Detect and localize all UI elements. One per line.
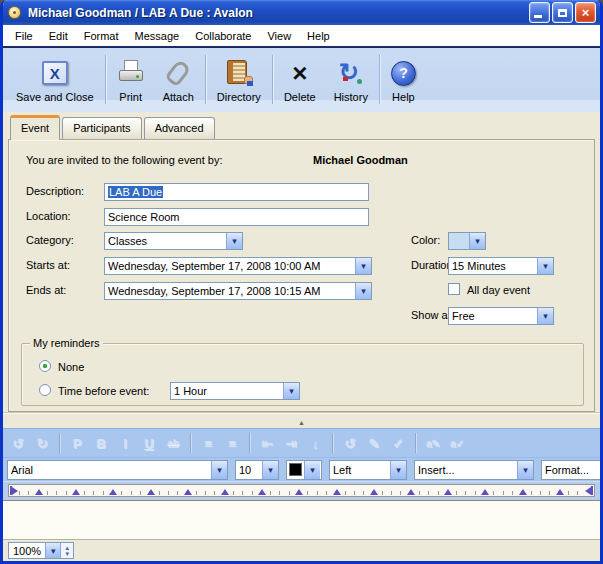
minimize-button[interactable] xyxy=(529,2,550,23)
menu-view[interactable]: View xyxy=(259,27,299,45)
ruler-tab-marker[interactable] xyxy=(35,489,43,495)
print-button[interactable]: Print xyxy=(108,51,154,112)
help-icon: ? xyxy=(391,61,416,86)
tab-participants[interactable]: Participants xyxy=(62,117,141,139)
chevron-down-icon[interactable]: ▾ xyxy=(45,543,60,558)
attach-icon xyxy=(165,59,192,88)
menu-help[interactable]: Help xyxy=(299,27,338,45)
location-input[interactable]: Science Room xyxy=(104,208,369,226)
ruler-tab-marker[interactable] xyxy=(184,489,192,495)
spinner-down-icon[interactable]: ▾ xyxy=(65,551,69,557)
zoom-control[interactable]: 100% ▾ ▴▾ xyxy=(8,542,74,559)
pencil-icon[interactable]: ✎ xyxy=(367,436,381,451)
close-button[interactable]: × xyxy=(575,2,596,23)
chevron-down-icon[interactable]: ▾ xyxy=(517,461,533,479)
menu-message[interactable]: Message xyxy=(127,27,188,45)
organizer-name: Michael Goodman xyxy=(313,154,408,166)
italic-icon[interactable]: I xyxy=(118,436,132,451)
chevron-down-icon[interactable]: ▾ xyxy=(355,258,371,274)
starts-at-label: Starts at: xyxy=(26,259,70,271)
numbered-list-icon[interactable]: ≡ xyxy=(225,436,239,451)
duration-select[interactable]: 15 Minutes ▾ xyxy=(448,257,554,275)
menu-edit[interactable]: Edit xyxy=(41,27,76,45)
color-select[interactable]: ▾ xyxy=(448,232,486,250)
reminder-time-label: Time before event: xyxy=(58,385,149,397)
show-as-select[interactable]: Free ▾ xyxy=(448,307,554,325)
font-size-select[interactable]: 10 ▾ xyxy=(235,460,279,480)
tab-event[interactable]: Event xyxy=(10,115,60,140)
underline-icon[interactable]: U xyxy=(142,436,156,451)
ruler-tab-marker[interactable] xyxy=(444,489,452,495)
indent-icon[interactable]: ⇥ xyxy=(284,436,298,451)
zoom-value: 100% xyxy=(9,545,45,557)
ruler-tab-marker[interactable] xyxy=(556,489,564,495)
ruler-tab-marker[interactable] xyxy=(147,489,155,495)
chevron-down-icon[interactable]: ▾ xyxy=(226,233,242,249)
ruler-tab-marker[interactable] xyxy=(109,489,117,495)
delete-button[interactable]: × Delete xyxy=(275,51,325,112)
ruler-tab-marker[interactable] xyxy=(407,489,415,495)
save-and-close-button[interactable]: X Save and Close xyxy=(7,51,103,112)
ruler-tab-marker[interactable] xyxy=(333,489,341,495)
chevron-down-icon[interactable]: ▾ xyxy=(211,461,227,479)
chevron-down-icon[interactable]: ▾ xyxy=(304,461,320,479)
tab-advanced[interactable]: Advanced xyxy=(144,117,215,139)
reminder-time-select[interactable]: 1 Hour ▾ xyxy=(170,382,300,400)
message-body[interactable] xyxy=(3,500,600,539)
chevron-down-icon[interactable]: ▾ xyxy=(283,383,299,399)
left-margin-marker[interactable] xyxy=(10,485,20,496)
directory-button[interactable]: Directory xyxy=(208,51,270,112)
ruler-tab-marker[interactable] xyxy=(519,489,527,495)
ruler-tab-marker[interactable] xyxy=(295,489,303,495)
collapse-triangle-icon[interactable]: ▲ xyxy=(298,419,305,426)
reminder-time-radio[interactable] xyxy=(39,384,51,396)
category-select[interactable]: Classes ▾ xyxy=(104,232,243,250)
ruler-tab-marker[interactable] xyxy=(370,489,378,495)
starts-at-select[interactable]: Wednesday, September 17, 2008 10:00 AM ▾ xyxy=(104,257,372,275)
bullet-list-icon[interactable]: ≡ xyxy=(201,436,215,451)
zoom-spinner[interactable]: ▴▾ xyxy=(60,543,73,558)
ruler-tab-marker[interactable] xyxy=(481,489,489,495)
description-input[interactable]: LAB A Due xyxy=(104,183,369,201)
menu-file[interactable]: File xyxy=(7,27,41,45)
chevron-down-icon[interactable]: ▾ xyxy=(355,283,371,299)
all-day-checkbox[interactable] xyxy=(448,283,460,295)
font-family-select[interactable]: Arial ▾ xyxy=(7,460,228,480)
ruler-strip[interactable] xyxy=(8,484,595,497)
chevron-down-icon[interactable]: ▾ xyxy=(262,461,278,479)
text-color-select[interactable]: ▾ xyxy=(286,460,322,480)
help-button[interactable]: ? Help xyxy=(382,51,425,112)
chevron-down-icon[interactable]: ▾ xyxy=(537,308,553,324)
ends-at-select[interactable]: Wednesday, September 17, 2008 10:15 AM ▾ xyxy=(104,282,372,300)
spellcheck-icon[interactable]: a✓ xyxy=(450,438,464,449)
undo-icon[interactable]: ↺ xyxy=(11,436,25,451)
ruler-tab-marker[interactable] xyxy=(221,489,229,495)
history-button[interactable]: ↻ History xyxy=(325,51,377,112)
maximize-button[interactable] xyxy=(552,2,573,23)
chevron-down-icon[interactable]: ▾ xyxy=(537,258,553,274)
right-margin-marker[interactable] xyxy=(583,485,593,496)
autocorrect-icon[interactable]: a✎ xyxy=(426,438,440,449)
outdent-icon[interactable]: ⇤ xyxy=(260,436,274,451)
chevron-down-icon[interactable]: ▾ xyxy=(469,233,485,249)
reminder-none-radio[interactable] xyxy=(39,360,51,372)
status-bar: 100% ▾ ▴▾ xyxy=(3,539,600,561)
insert-select[interactable]: Insert... ▾ xyxy=(414,460,534,480)
splitter-handle[interactable]: ▲ xyxy=(3,412,600,428)
approve-icon[interactable]: ✓ xyxy=(391,436,405,451)
redo-icon[interactable]: ↻ xyxy=(35,436,49,451)
insert-below-icon[interactable]: ↓ xyxy=(308,436,322,451)
paragraph-icon[interactable]: P xyxy=(70,436,84,451)
ruler-tab-marker[interactable] xyxy=(72,489,80,495)
attach-button[interactable]: Attach xyxy=(154,51,203,112)
menu-format[interactable]: Format xyxy=(76,27,127,45)
location-label: Location: xyxy=(26,210,71,222)
bold-icon[interactable]: B xyxy=(94,436,108,451)
ruler-tab-marker[interactable] xyxy=(258,489,266,495)
chevron-down-icon[interactable]: ▾ xyxy=(390,461,406,479)
strikethrough-icon[interactable]: ab xyxy=(166,438,180,449)
format-select[interactable]: Format... ▾ xyxy=(541,460,600,480)
alignment-select[interactable]: Left ▾ xyxy=(329,460,407,480)
menu-collaborate[interactable]: Collaborate xyxy=(187,27,259,45)
revert-format-icon[interactable]: ↺ xyxy=(343,436,357,451)
